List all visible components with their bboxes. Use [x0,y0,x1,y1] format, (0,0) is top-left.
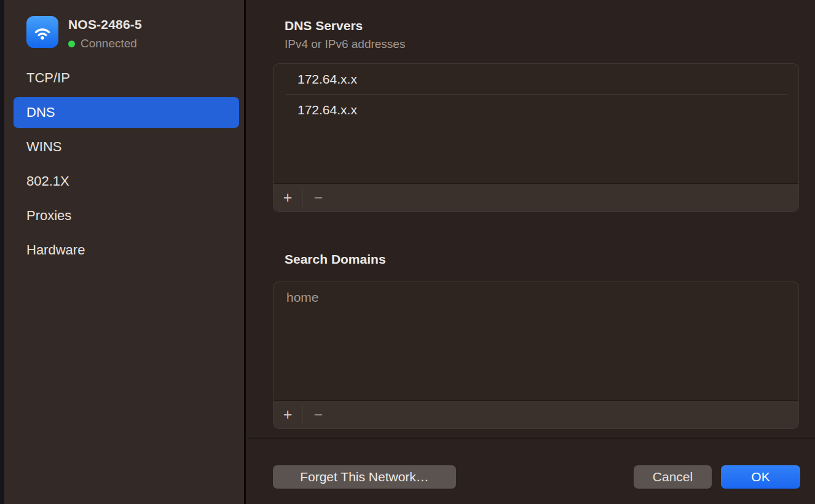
dns-servers-list: 172.64.x.x 172.64.x.x + − [273,63,799,212]
sidebar-item-proxies[interactable]: Proxies [14,200,239,231]
add-dns-server-button[interactable]: + [274,184,302,211]
search-domains-rows: home [274,282,798,400]
network-meta: NOS-2486-5 Connected [68,16,142,50]
add-search-domain-button[interactable]: + [274,401,302,428]
search-domain-row[interactable]: home [274,282,798,312]
network-name: NOS-2486-5 [68,17,142,32]
network-status: Connected [68,37,142,50]
sidebar-item-8021x[interactable]: 802.1X [14,166,239,197]
dns-servers-subtitle: IPv4 or IPv6 addresses [285,37,405,51]
wifi-icon [26,16,58,48]
search-domains-title: Search Domains [285,252,386,267]
sidebar-item-tcpip[interactable]: TCP/IP [14,63,239,93]
sidebar: NOS-2486-5 Connected TCP/IP DNS WINS 802… [4,0,246,504]
ok-button[interactable]: OK [721,465,800,489]
remove-dns-server-button[interactable]: − [302,184,334,211]
dns-servers-footer: + − [274,183,798,211]
dns-servers-title: DNS Servers [285,18,363,33]
dns-server-row[interactable]: 172.64.x.x [274,64,798,94]
dns-server-row[interactable]: 172.64.x.x [274,95,798,125]
network-header: NOS-2486-5 Connected [26,16,142,50]
search-domains-footer: + − [274,400,798,428]
sidebar-item-wins[interactable]: WINS [14,132,239,162]
cancel-button[interactable]: Cancel [634,465,712,489]
sidebar-item-hardware[interactable]: Hardware [14,235,239,266]
bottom-divider [248,438,815,439]
remove-search-domain-button[interactable]: − [302,401,334,428]
connected-status-dot-icon [68,41,75,47]
sidebar-item-dns[interactable]: DNS [14,97,239,128]
connected-status-label: Connected [81,37,137,50]
window-edge-strip [0,0,4,504]
dns-servers-rows: 172.64.x.x 172.64.x.x [274,64,798,183]
forget-network-button[interactable]: Forget This Network… [273,465,456,489]
dns-settings-pane: DNS Servers IPv4 or IPv6 addresses 172.6… [248,0,815,504]
search-domains-list: home + − [273,282,799,429]
settings-nav: TCP/IP DNS WINS 802.1X Proxies Hardware [14,63,239,269]
